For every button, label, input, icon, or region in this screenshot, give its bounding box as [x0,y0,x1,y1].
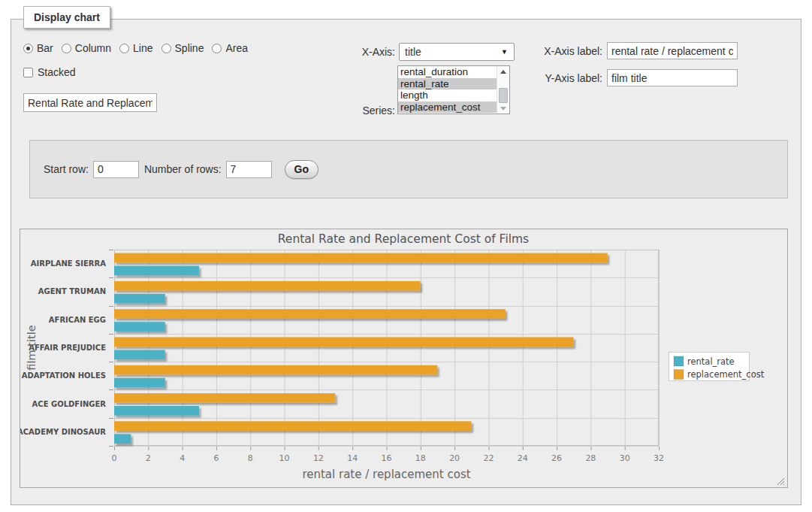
resize-handle-icon[interactable] [777,478,784,485]
radio-icon[interactable] [161,44,171,53]
chart-type-options: BarColumnLineSplineArea [23,42,248,54]
start-row-input[interactable] [93,161,139,178]
rows-panel: Start row: Number of rows: Go [29,140,788,198]
svg-text:ACADEMY DINOSAUR: ACADEMY DINOSAUR [20,428,106,436]
svg-text:AFRICAN EGG: AFRICAN EGG [49,316,106,324]
bar-chart: 02468101214161820222426283032AIRPLANE SI… [20,229,787,487]
svg-text:6: 6 [213,453,219,463]
chart-type-option-column[interactable]: Column [62,42,111,54]
chart-title-input[interactable] [23,93,157,112]
svg-text:replacement_cost: replacement_cost [687,369,765,380]
svg-text:8: 8 [248,453,253,463]
y-axis-label-input[interactable] [607,69,738,86]
stacked-label: Stacked [38,66,76,78]
svg-text:20: 20 [449,453,460,463]
radio-label: Spline [175,42,204,54]
radio-label: Bar [37,42,53,54]
svg-text:32: 32 [654,453,664,463]
svg-text:ADAPTATION HOLES: ADAPTATION HOLES [22,371,106,380]
go-button[interactable]: Go [285,160,318,179]
radio-label: Area [225,42,248,54]
scrollbar-thumb[interactable] [499,88,508,103]
chart-type-option-bar[interactable]: Bar [23,42,53,54]
svg-text:10: 10 [279,453,290,463]
radio-icon[interactable] [23,44,33,53]
x-axis-selected-value: title [405,46,501,58]
svg-text:30: 30 [620,453,630,463]
svg-text:rental rate / replacement cost: rental rate / replacement cost [302,468,470,481]
svg-text:Rental Rate and Replacement Co: Rental Rate and Replacement Cost of Film… [278,232,529,246]
svg-text:16: 16 [382,453,392,463]
svg-text:AFFAIR PREJUDICE: AFFAIR PREJUDICE [29,344,106,352]
x-axis-label-caption: X-Axis label: [500,45,602,57]
svg-text:26: 26 [551,453,562,463]
svg-text:18: 18 [415,453,426,463]
radio-icon[interactable] [62,44,71,53]
svg-text:24: 24 [518,453,528,463]
svg-text:12: 12 [313,453,324,463]
number-of-rows-input[interactable] [226,161,272,178]
svg-text:AIRPLANE SIERRA: AIRPLANE SIERRA [31,259,106,268]
series-option-rental_duration[interactable]: rental_duration [398,66,497,78]
svg-text:2: 2 [146,453,151,463]
chart-container[interactable]: 02468101214161820222426283032AIRPLANE SI… [20,229,788,488]
svg-text:rental_rate: rental_rate [687,356,735,367]
display-chart-fieldset: Display chart BarColumnLineSplineArea St… [11,19,801,505]
radio-label: Line [133,42,152,54]
number-of-rows-label: Number of rows: [144,163,222,175]
radio-label: Column [75,42,111,54]
svg-text:4: 4 [180,453,185,463]
series-option-replacement_cost[interactable]: replacement_cost [398,101,497,114]
svg-text:0: 0 [112,453,117,463]
svg-text:22: 22 [483,453,494,463]
stacked-option[interactable]: Stacked [23,66,76,78]
svg-text:14: 14 [347,453,358,463]
start-row-label: Start row: [44,163,89,175]
chart-type-option-line[interactable]: Line [119,42,152,54]
series-option-rental_rate[interactable]: rental_rate [398,78,497,90]
series-select-label: Series: [308,105,395,117]
radio-icon[interactable] [212,44,222,53]
x-axis-label-input[interactable] [607,42,738,59]
chart-type-option-area[interactable]: Area [212,42,248,54]
y-axis-label-caption: Y-Axis label: [500,72,602,84]
x-axis-select[interactable]: title ▼ [399,43,515,61]
svg-text:AGENT TRUMAN: AGENT TRUMAN [38,287,106,295]
chart-type-option-spline[interactable]: Spline [161,42,204,54]
svg-text:28: 28 [585,453,596,463]
series-listbox[interactable]: rental_durationrental_ratelengthreplacem… [397,65,510,114]
radio-icon[interactable] [119,44,129,53]
svg-text:ACE GOLDFINGER: ACE GOLDFINGER [32,400,107,408]
series-options: rental_durationrental_ratelengthreplacem… [398,66,497,114]
svg-text:film title: film title [26,325,38,370]
series-option-length[interactable]: length [398,89,497,101]
scroll-down-icon[interactable] [497,103,509,114]
x-axis-select-label: X-Axis: [308,46,395,58]
stacked-checkbox[interactable] [23,68,33,77]
panel-title: Display chart [23,6,110,29]
